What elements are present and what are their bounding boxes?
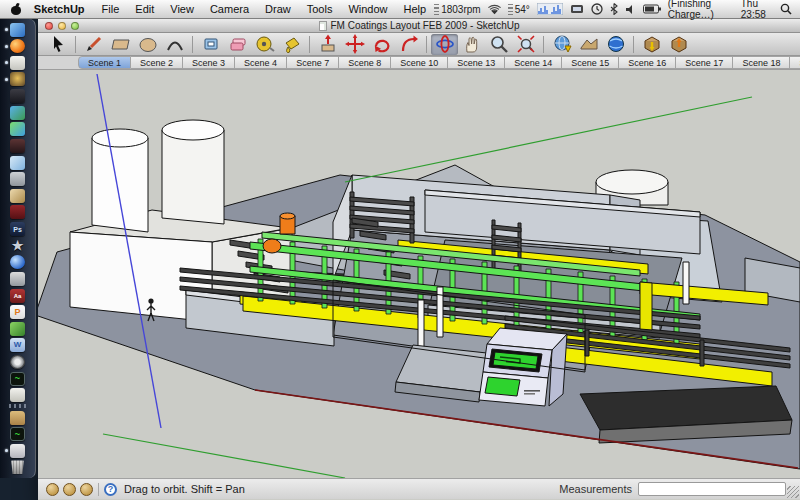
tab-scene-17[interactable]: Scene 17 [676,56,733,69]
tool-share-model-button[interactable] [665,34,692,55]
tool-tape-measure-button[interactable] [251,34,278,55]
measurements-input[interactable] [638,482,786,496]
cpu-history-icon[interactable] [537,3,563,15]
temperature-readout[interactable]: 54° [508,4,530,15]
tool-rotate-button[interactable] [368,34,395,55]
dock-icon-ichat[interactable] [3,122,33,137]
dock-icon-folder[interactable] [3,410,33,425]
battery-status-text[interactable]: (Finishing Charge…) [668,0,734,20]
dock-icon-firefox[interactable] [3,39,33,54]
tab-scene-20[interactable]: Scene 20 [790,56,800,69]
resize-grip[interactable] [787,486,799,498]
dock-icon-window-stack[interactable] [3,443,33,458]
dock-icon-aperture[interactable] [3,355,33,370]
tab-scene-7[interactable]: Scene 7 [287,56,339,69]
tab-scene-13[interactable]: Scene 13 [448,56,505,69]
axis-green [345,97,752,182]
menu-clock[interactable]: Thu 23:58 [741,0,773,20]
tool-paint-bucket-button[interactable] [278,34,305,55]
displays-icon[interactable] [570,4,584,15]
viewport-3d[interactable] [38,70,800,478]
zoom-window-button[interactable] [71,22,79,30]
menu-file[interactable]: File [94,3,128,15]
dock-icon-word[interactable]: W [3,338,33,353]
minimize-button[interactable] [58,22,66,30]
dock-icon-maps-globe[interactable] [3,105,33,120]
status-medallion-2-icon[interactable] [63,483,76,496]
dock-icon-preview[interactable] [3,155,33,170]
tab-scene-16[interactable]: Scene 16 [619,56,676,69]
tab-scene-3[interactable]: Scene 3 [183,56,235,69]
dock-icon-parallels[interactable]: P [3,305,33,320]
dock-icon-mail[interactable] [3,55,33,70]
tool-move-button[interactable] [341,34,368,55]
tool-circle-button[interactable] [134,34,161,55]
tab-scene-8[interactable]: Scene 8 [339,56,391,69]
tool-offset-button[interactable] [395,34,422,55]
dock-icon-trash[interactable] [3,460,33,475]
tool-make-component-button[interactable] [197,34,224,55]
wifi-icon[interactable] [488,4,501,15]
tool-zoom-button[interactable] [485,34,512,55]
tool-eraser-button[interactable] [224,34,251,55]
dock-icon-plant-app[interactable] [3,321,33,336]
dock-icon-star-app[interactable]: ★ [3,238,33,253]
tab-scene-4[interactable]: Scene 4 [235,56,287,69]
dock-icon-dictionary[interactable]: Aa [3,288,33,303]
dock-icon-iphoto[interactable] [3,72,33,87]
tool-get-models-button[interactable] [638,34,665,55]
tool-arc-button[interactable] [161,34,188,55]
tool-google-earth-button[interactable] [602,34,629,55]
tool-add-location-button[interactable] [548,34,575,55]
dock-icon-photo-booth[interactable] [3,89,33,104]
tool-select-button[interactable] [44,34,71,55]
menu-view[interactable]: View [162,3,202,15]
tab-scene-10[interactable]: Scene 10 [391,56,448,69]
tool-push-pull-button[interactable] [314,34,341,55]
battery-icon[interactable] [643,4,661,14]
tool-toggle-terrain-button[interactable] [575,34,602,55]
dock-icon-finder[interactable] [3,22,33,37]
tab-scene-15[interactable]: Scene 15 [562,56,619,69]
close-button[interactable] [45,22,53,30]
menu-help[interactable]: Help [396,3,435,15]
menu-tools[interactable]: Tools [299,3,341,15]
menu-draw[interactable]: Draw [257,3,299,15]
dock-icon-photoshop[interactable]: Ps [3,222,33,237]
dock-icon-activity-monitor[interactable]: ~ [3,371,33,386]
tab-scene-1[interactable]: Scene 1 [78,56,131,69]
tool-zoom-extents-button[interactable] [512,34,539,55]
help-icon[interactable]: ? [104,483,117,496]
status-medallion-3-icon[interactable] [80,483,93,496]
spotlight-icon[interactable] [780,3,792,15]
menu-window[interactable]: Window [340,3,395,15]
tool-rectangle-button[interactable] [107,34,134,55]
tool-orbit-button[interactable] [431,34,458,55]
tab-scene-2[interactable]: Scene 2 [131,56,183,69]
fan-speed-readout[interactable]: 1803rpm [434,4,480,15]
dock-icon-art-palette[interactable] [3,188,33,203]
dock-icon-pencil-box[interactable] [3,205,33,220]
pencil-icon [84,34,104,54]
apple-menu-icon[interactable] [10,3,21,16]
title-bar[interactable]: FM Coatings Layout FEB 2009 - SketchUp [38,19,800,33]
document-proxy-icon[interactable] [319,21,327,31]
menu-sketchup[interactable]: SketchUp [25,3,94,15]
tab-scene-18[interactable]: Scene 18 [733,56,790,69]
time-machine-icon[interactable] [591,3,603,15]
bluetooth-icon[interactable] [610,3,618,15]
tool-line-button[interactable] [80,34,107,55]
activity-monitor-2-icon: ~ [10,427,25,441]
dock-icon-gray-badge[interactable] [3,271,33,286]
menu-edit[interactable]: Edit [127,3,162,15]
menu-camera[interactable]: Camera [202,3,257,15]
dock-icon-notes[interactable] [3,138,33,153]
dock-icon-google-earth[interactable] [3,255,33,270]
tab-scene-14[interactable]: Scene 14 [505,56,562,69]
volume-icon[interactable] [625,4,636,15]
dock-icon-activity-monitor-2[interactable]: ~ [3,427,33,442]
tool-pan-button[interactable] [458,34,485,55]
dock-icon-calculator[interactable] [3,172,33,187]
dock-icon-photo-stack[interactable] [3,388,33,403]
status-medallion-1-icon[interactable] [46,483,59,496]
